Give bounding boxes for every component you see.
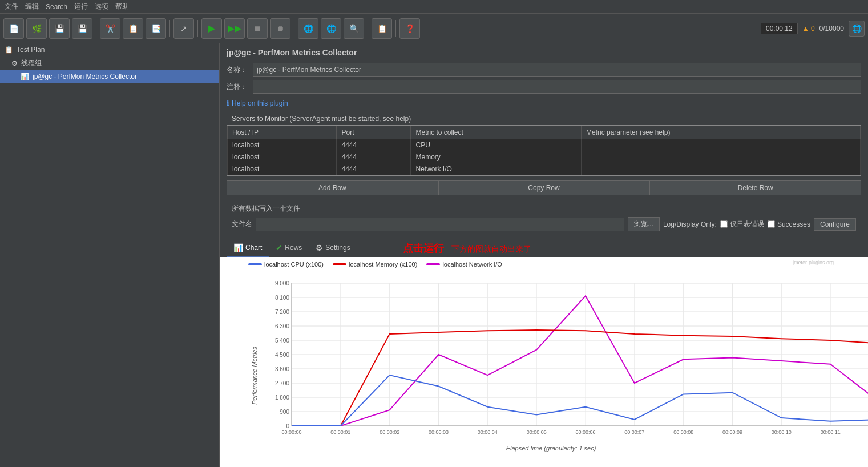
toolbar-right: 00:00:12 ▲ 0 0/10000 🌐 bbox=[761, 21, 865, 37]
settings-tab-label: Settings bbox=[325, 244, 350, 252]
svg-text:6 300: 6 300 bbox=[275, 323, 289, 329]
paste-button[interactable]: 📑 bbox=[146, 18, 166, 39]
info-icon: ℹ bbox=[227, 99, 229, 107]
only-errors-option[interactable]: 仅日志错误 bbox=[720, 219, 764, 229]
svg-text:900: 900 bbox=[280, 409, 289, 415]
toolbar-sep-5 bbox=[368, 20, 368, 37]
help-button[interactable]: ❓ bbox=[399, 18, 420, 39]
remote-stop-button[interactable]: 🌐 bbox=[321, 18, 341, 39]
svg-text:00:00:01: 00:00:01 bbox=[330, 429, 350, 435]
delete-row-button[interactable]: Delete Row bbox=[649, 180, 861, 195]
chart-legend: localhost CPU (x100)localhost Memory (x1… bbox=[220, 257, 868, 271]
tab-settings[interactable]: ⚙ Settings bbox=[309, 240, 357, 257]
start-no-pause-button[interactable]: ▶▶ bbox=[224, 18, 245, 39]
expand-button[interactable]: ↗ bbox=[173, 18, 194, 39]
menu-search[interactable]: Search bbox=[46, 3, 67, 11]
open-button[interactable]: 🌿 bbox=[26, 18, 47, 39]
chart-annotation-url: jmeter-plugins.org bbox=[793, 260, 834, 265]
toolbar-sep-4 bbox=[294, 20, 294, 37]
tree-plan[interactable]: 📋 Test Plan bbox=[0, 43, 219, 56]
chart-tab-icon: 📊 bbox=[233, 243, 243, 252]
table-row[interactable]: localhost4444Memory bbox=[228, 151, 861, 163]
col-port: Port bbox=[337, 126, 411, 139]
col-param: Metric parameter (see help) bbox=[581, 126, 860, 139]
menu-edit[interactable]: 编辑 bbox=[25, 2, 39, 11]
add-row-button[interactable]: Add Row bbox=[227, 180, 438, 195]
save-button[interactable]: 💾 bbox=[49, 18, 70, 39]
file-section-title: 所有数据写入一个文件 bbox=[232, 204, 856, 214]
svg-text:00:00:10: 00:00:10 bbox=[772, 429, 792, 435]
svg-text:4 500: 4 500 bbox=[275, 352, 289, 358]
tree-thread-group[interactable]: ⚙ 线程组 bbox=[0, 56, 219, 70]
chart-tab-label: Chart bbox=[245, 244, 262, 252]
svg-text:00:00:08: 00:00:08 bbox=[673, 429, 693, 435]
svg-text:0: 0 bbox=[286, 423, 289, 429]
main-layout: 📋 Test Plan ⚙ 线程组 📊 jp@gc - PerfMon Metr… bbox=[0, 43, 868, 467]
start-button[interactable]: ▶ bbox=[201, 18, 222, 39]
legend-item: localhost CPU (x100) bbox=[248, 261, 324, 268]
file-input[interactable] bbox=[256, 218, 624, 231]
comment-label: 注释： bbox=[227, 82, 249, 92]
tree-perfmon-collector[interactable]: 📊 jp@gc - PerfMon Metrics Collector bbox=[0, 70, 219, 83]
save-as-button[interactable]: 💾 bbox=[72, 18, 92, 39]
menu-help[interactable]: 帮助 bbox=[115, 2, 129, 11]
legend-item: localhost Network I/O bbox=[426, 261, 502, 268]
settings-tab-icon: ⚙ bbox=[316, 243, 323, 252]
search-button[interactable]: 🔍 bbox=[344, 18, 364, 39]
svg-text:3 600: 3 600 bbox=[275, 366, 289, 372]
shutdown-button[interactable]: ⏺ bbox=[270, 18, 290, 39]
successes-option[interactable]: Successes bbox=[768, 220, 810, 228]
collector-label: jp@gc - PerfMon Metrics Collector bbox=[33, 73, 137, 80]
annotation-run: 点击运行 bbox=[403, 243, 444, 254]
rows-tab-label: Rows bbox=[285, 244, 302, 252]
file-label: 文件名 bbox=[232, 219, 252, 229]
table-row[interactable]: localhost4444Network I/O bbox=[228, 163, 861, 175]
comment-input[interactable] bbox=[253, 80, 861, 94]
annotation-chart: 下方的图就自动出来了 bbox=[451, 244, 531, 253]
stop-button[interactable]: ⏹ bbox=[247, 18, 268, 39]
svg-text:7 200: 7 200 bbox=[275, 309, 289, 315]
left-panel: 📋 Test Plan ⚙ 线程组 📊 jp@gc - PerfMon Metr… bbox=[0, 43, 220, 467]
comment-row: 注释： bbox=[227, 80, 861, 94]
toolbar-sep-6 bbox=[395, 20, 396, 37]
menu-file[interactable]: 文件 bbox=[5, 2, 18, 11]
only-errors-label: 仅日志错误 bbox=[730, 219, 764, 229]
chart-area: jmeter-plugins.org localhost CPU (x100)l… bbox=[220, 257, 868, 467]
elapsed-time: 00:00:12 bbox=[761, 23, 798, 34]
table-row[interactable]: localhost4444CPU bbox=[228, 139, 861, 151]
rows-tab-icon: ✔ bbox=[276, 243, 282, 252]
configure-button[interactable]: Configure bbox=[814, 218, 856, 231]
warning-badge: ▲ 0 bbox=[802, 25, 815, 33]
successes-checkbox[interactable] bbox=[768, 220, 775, 228]
servers-table: Host / IP Port Metric to collect Metric … bbox=[227, 126, 861, 175]
copy-row-button[interactable]: Copy Row bbox=[438, 180, 650, 195]
svg-text:9 000: 9 000 bbox=[275, 280, 289, 287]
browse-button[interactable]: 浏览... bbox=[628, 217, 660, 231]
file-section: 所有数据写入一个文件 文件名 浏览... Log/Display Only: 仅… bbox=[227, 200, 861, 235]
new-button[interactable]: 📄 bbox=[3, 18, 24, 39]
tab-rows[interactable]: ✔ Rows bbox=[269, 240, 309, 257]
svg-text:1 800: 1 800 bbox=[275, 394, 289, 401]
only-errors-checkbox[interactable] bbox=[720, 220, 728, 228]
action-buttons: Add Row Copy Row Delete Row bbox=[227, 180, 861, 195]
svg-text:00:00:09: 00:00:09 bbox=[722, 429, 742, 435]
copy-button[interactable]: 📋 bbox=[123, 18, 143, 39]
cut-button[interactable]: ✂️ bbox=[100, 18, 120, 39]
sample-count: 0/10000 bbox=[819, 25, 844, 33]
servers-title: Servers to Monitor (ServerAgent must be … bbox=[227, 112, 861, 126]
tab-chart[interactable]: 📊 Chart bbox=[227, 240, 269, 257]
help-link[interactable]: Help on this plugin bbox=[232, 99, 288, 107]
clear-button[interactable]: 📋 bbox=[372, 18, 392, 39]
menu-run[interactable]: 运行 bbox=[74, 2, 88, 11]
toolbar: 📄 🌿 💾 💾 ✂️ 📋 📑 ↗ ▶ ▶▶ ⏹ ⏺ 🌐 🌐 🔍 📋 ❓ 00:0… bbox=[0, 14, 868, 43]
toolbar-sep-2 bbox=[169, 20, 170, 37]
remote-start-button[interactable]: 🌐 bbox=[298, 18, 318, 39]
svg-text:00:00:04: 00:00:04 bbox=[478, 429, 498, 435]
menu-options[interactable]: 选项 bbox=[95, 2, 108, 11]
legend-item: localhost Memory (x100) bbox=[333, 261, 417, 268]
remote-icon[interactable]: 🌐 bbox=[849, 21, 865, 37]
col-metric: Metric to collect bbox=[411, 126, 582, 139]
x-axis-label: Elapsed time (granularity: 1 sec) bbox=[263, 445, 839, 452]
name-input[interactable] bbox=[253, 63, 861, 77]
svg-text:00:00:03: 00:00:03 bbox=[429, 429, 449, 435]
